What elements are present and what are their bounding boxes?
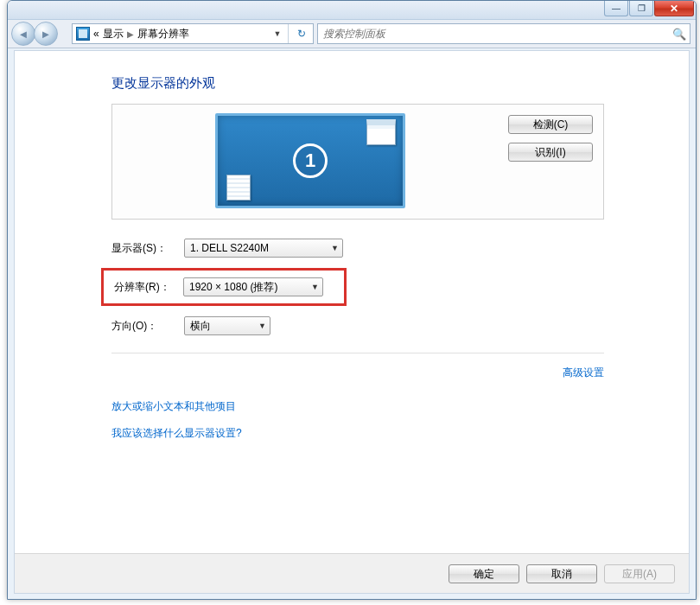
- orientation-value: 横向: [190, 319, 211, 334]
- divider: [288, 24, 289, 43]
- help-links: 放大或缩小文本和其他项目 我应该选择什么显示器设置?: [111, 399, 689, 441]
- content: 更改显示器的外观 1 检测(C) 识别(I) 显示器(: [15, 51, 689, 441]
- titlebar: — ❐ ✕: [8, 1, 696, 20]
- resolution-row: 分辨率(R)： 1920 × 1080 (推荐) ▼: [111, 268, 689, 306]
- which-settings-link[interactable]: 我应该选择什么显示器设置?: [111, 426, 689, 441]
- advanced-settings-link[interactable]: 高级设置: [563, 366, 604, 379]
- display-preview-frame: 1 检测(C) 识别(I): [111, 104, 604, 220]
- search-box[interactable]: 🔍: [317, 23, 690, 44]
- apply-button[interactable]: 应用(A): [604, 564, 675, 583]
- nav-back-button[interactable]: ◄: [11, 22, 35, 46]
- breadcrumb: « 显示 ▶ 屏幕分辨率: [93, 27, 267, 41]
- breadcrumb-display[interactable]: 显示: [103, 27, 124, 41]
- mini-window-icon: [366, 119, 396, 145]
- orientation-row: 方向(O)： 横向 ▼: [111, 316, 689, 335]
- maximize-button[interactable]: ❐: [629, 1, 653, 16]
- nav-back-forward: ◄ ►: [11, 21, 68, 47]
- page-title: 更改显示器的外观: [111, 75, 689, 92]
- breadcrumb-prefix: «: [93, 28, 99, 40]
- mini-window-icon: [226, 175, 251, 201]
- maximize-icon: ❐: [638, 3, 646, 13]
- control-panel-icon: [76, 27, 90, 41]
- search-input[interactable]: [321, 27, 672, 41]
- breadcrumb-resolution[interactable]: 屏幕分辨率: [137, 27, 189, 41]
- monitor-number-badge: 1: [293, 143, 328, 178]
- preview-side-buttons: 检测(C) 识别(I): [508, 113, 593, 162]
- chevron-down-icon: ▼: [311, 283, 319, 291]
- search-icon: 🔍: [672, 28, 686, 41]
- close-button[interactable]: ✕: [654, 1, 694, 16]
- chevron-right-icon: ▶: [127, 29, 134, 39]
- nav-forward-button[interactable]: ►: [34, 22, 58, 46]
- cancel-button[interactable]: 取消: [526, 564, 597, 583]
- display-row: 显示器(S)： 1. DELL S2240M ▼: [111, 239, 689, 258]
- orientation-dropdown[interactable]: 横向 ▼: [184, 316, 270, 335]
- text-size-link[interactable]: 放大或缩小文本和其他项目: [111, 399, 689, 414]
- resolution-dropdown[interactable]: 1920 × 1080 (推荐) ▼: [183, 277, 323, 296]
- client-area: 更改显示器的外观 1 检测(C) 识别(I) 显示器(: [14, 50, 690, 594]
- dialog-button-bar: 确定 取消 应用(A): [15, 553, 689, 593]
- display-label: 显示器(S)：: [111, 241, 184, 256]
- resolution-value: 1920 × 1080 (推荐): [189, 280, 277, 295]
- address-bar[interactable]: « 显示 ▶ 屏幕分辨率 ▼ ↻: [72, 23, 314, 44]
- display-dropdown[interactable]: 1. DELL S2240M ▼: [184, 239, 343, 258]
- minimize-icon: —: [612, 3, 620, 13]
- orientation-label: 方向(O)：: [111, 319, 184, 334]
- resolution-highlight: 分辨率(R)： 1920 × 1080 (推荐) ▼: [101, 268, 347, 306]
- monitor-thumbnail[interactable]: 1: [215, 113, 405, 208]
- chevron-down-icon: ▼: [331, 244, 339, 252]
- ok-button[interactable]: 确定: [449, 564, 519, 583]
- close-icon: ✕: [670, 3, 678, 15]
- settings-form: 显示器(S)： 1. DELL S2240M ▼ 分辨率(R)： 1920 × …: [111, 239, 689, 335]
- control-panel-window: — ❐ ✕ ◄ ► « 显示 ▶ 屏幕分辨率 ▼ ↻ 🔍: [7, 0, 697, 600]
- detect-button[interactable]: 检测(C): [508, 115, 593, 134]
- advanced-row: 高级设置: [111, 353, 604, 380]
- resolution-label: 分辨率(R)：: [114, 280, 183, 295]
- nav-row: ◄ ► « 显示 ▶ 屏幕分辨率 ▼ ↻ 🔍: [8, 20, 696, 48]
- identify-button[interactable]: 识别(I): [508, 143, 593, 162]
- minimize-button[interactable]: —: [604, 1, 628, 16]
- refresh-button[interactable]: ↻: [292, 24, 311, 43]
- address-history-dropdown[interactable]: ▼: [270, 29, 284, 38]
- display-preview[interactable]: 1: [123, 113, 498, 208]
- display-value: 1. DELL S2240M: [190, 242, 269, 254]
- chevron-down-icon: ▼: [258, 322, 266, 330]
